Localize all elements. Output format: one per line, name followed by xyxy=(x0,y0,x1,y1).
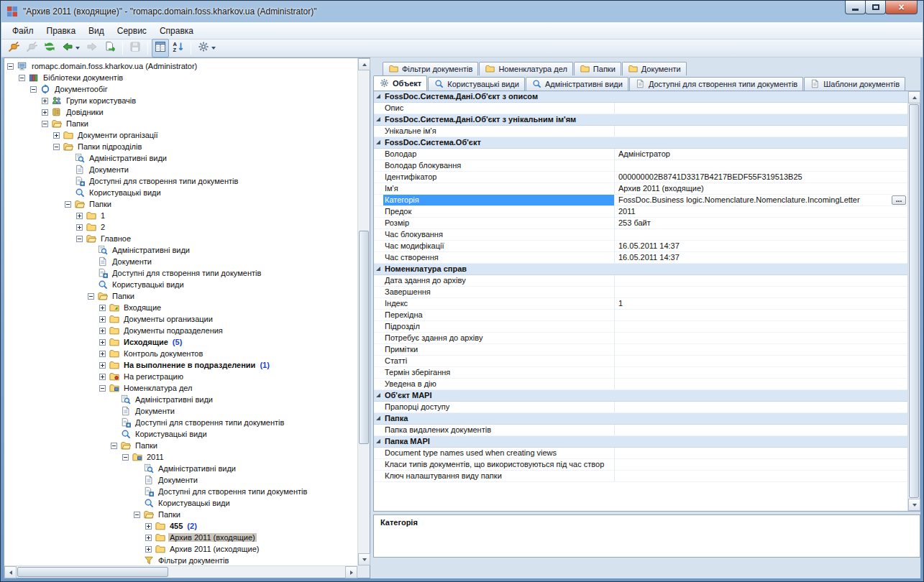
tree-item[interactable]: Адміністративні види xyxy=(4,152,357,164)
collapse-icon[interactable] xyxy=(134,512,140,518)
category-collapse-icon[interactable] xyxy=(374,436,383,447)
collapse-icon[interactable] xyxy=(30,86,37,93)
property-value[interactable] xyxy=(615,379,907,389)
property-category-row[interactable]: Номенклатура справ xyxy=(374,264,907,275)
property-value[interactable]: 253 байт xyxy=(615,218,907,228)
category-collapse-icon[interactable] xyxy=(374,264,383,274)
category-collapse-icon[interactable] xyxy=(374,114,383,125)
tree-item[interactable]: Документи xyxy=(4,405,357,417)
property-row[interactable]: Індекс1 xyxy=(374,298,907,310)
expand-icon[interactable] xyxy=(99,305,106,311)
tree-item[interactable]: Користувацькі види xyxy=(4,187,357,198)
tree-item[interactable]: Користувацькі види xyxy=(4,497,357,509)
property-row[interactable]: Перехідна xyxy=(374,310,907,321)
category-collapse-icon[interactable] xyxy=(374,413,383,424)
property-value[interactable] xyxy=(615,275,907,286)
property-value[interactable] xyxy=(615,126,907,137)
property-row[interactable]: Ключ налаштування виду папки xyxy=(374,471,907,482)
property-row[interactable]: Ім'яАрхив 2011 (входящие) xyxy=(374,183,907,195)
collapse-icon[interactable] xyxy=(19,75,25,81)
tree-item[interactable]: Користувацькі види xyxy=(4,428,357,440)
property-row[interactable]: Опис xyxy=(374,103,907,114)
minimize-button[interactable] xyxy=(845,1,866,14)
property-row[interactable]: Підрозділ xyxy=(374,321,907,333)
property-value[interactable] xyxy=(615,367,907,378)
collapse-icon[interactable] xyxy=(42,121,48,127)
expand-icon[interactable] xyxy=(145,535,152,541)
tab-nomenclature[interactable]: Номенклатура дел xyxy=(479,62,572,75)
tree-item[interactable]: 2 xyxy=(4,221,357,233)
property-value[interactable]: 000000002B8741D3317B4217BEDF55F319513B25 xyxy=(615,172,907,183)
tree-item[interactable]: Номенклатура дел xyxy=(4,382,357,394)
scroll-down-button[interactable] xyxy=(908,499,920,511)
tab-document-filters[interactable]: Фільтри документів xyxy=(383,62,478,75)
property-row[interactable]: Час модифікації16.05.2011 14:37 xyxy=(374,241,907,252)
tree-item[interactable]: Документообіг xyxy=(4,83,357,95)
property-value[interactable]: Адміністратор xyxy=(615,149,907,160)
scroll-left-button[interactable] xyxy=(4,566,17,578)
tree-item[interactable]: Папки xyxy=(4,290,357,302)
tree-item[interactable]: Доступні для створення типи документів xyxy=(4,175,357,187)
property-row[interactable]: Володар блокування xyxy=(374,160,907,172)
scrollbar-thumb[interactable] xyxy=(909,104,919,498)
scrollbar-thumb[interactable] xyxy=(359,231,369,444)
property-row[interactable]: Потребує здання до архіву xyxy=(374,333,907,344)
menu-item-file[interactable]: Файл xyxy=(6,24,40,38)
property-value[interactable] xyxy=(615,333,907,343)
tree-item[interactable]: romapc.domain.foss.kharkov.ua (Administr… xyxy=(4,60,357,72)
property-value[interactable] xyxy=(615,344,907,355)
collapse-icon[interactable] xyxy=(65,201,71,208)
property-category-row[interactable]: Об'єкт MAPI xyxy=(374,390,907,402)
property-value[interactable] xyxy=(615,402,907,412)
property-value[interactable]: 1 xyxy=(615,298,907,309)
tree-item[interactable]: Фільтри документів xyxy=(4,555,357,565)
property-row[interactable]: Класи типів документів, що використовуют… xyxy=(374,459,907,471)
property-value[interactable] xyxy=(615,448,907,458)
property-value[interactable] xyxy=(615,356,907,366)
tree-item[interactable]: 455(2) xyxy=(4,520,357,532)
scroll-down-button[interactable] xyxy=(358,553,370,565)
scrollbar-thumb[interactable] xyxy=(17,567,168,577)
property-row[interactable]: Папка видалених документів xyxy=(374,425,907,436)
tree-item[interactable]: Адміністративні види xyxy=(4,244,357,256)
menu-item-edit[interactable]: Правка xyxy=(40,24,83,38)
expand-icon[interactable] xyxy=(99,362,106,369)
property-value[interactable] xyxy=(615,425,907,435)
property-row[interactable]: Примітки xyxy=(374,344,907,356)
tree-item[interactable]: На регистрацию xyxy=(4,371,357,382)
collapse-icon[interactable] xyxy=(99,385,106,392)
property-row[interactable]: Унікальне ім'я xyxy=(374,126,907,137)
tab-document-templates[interactable]: Шаблони документів xyxy=(804,77,905,91)
collapse-icon[interactable] xyxy=(76,236,83,242)
tree-item[interactable]: Папки підрозділів xyxy=(4,141,357,152)
property-value[interactable]: Архив 2011 (входящие) xyxy=(615,183,907,194)
property-value[interactable] xyxy=(615,287,907,297)
property-value[interactable] xyxy=(615,321,907,332)
property-row[interactable]: Час створення16.05.2011 14:37 xyxy=(374,252,907,264)
expand-icon[interactable] xyxy=(76,213,83,219)
property-value[interactable] xyxy=(615,160,907,171)
scroll-right-button[interactable] xyxy=(345,566,357,578)
tree-item[interactable]: Папки xyxy=(4,118,357,129)
collapse-icon[interactable] xyxy=(53,144,60,150)
property-value[interactable] xyxy=(615,229,907,240)
property-value[interactable]: 2011 xyxy=(615,206,907,217)
tree-item[interactable]: Адміністративні види xyxy=(4,463,357,474)
collapse-icon[interactable] xyxy=(111,443,117,449)
expand-icon[interactable] xyxy=(99,374,106,380)
tree-item[interactable]: Папки xyxy=(4,509,357,520)
property-value[interactable]: 16.05.2011 14:37 xyxy=(615,241,907,251)
ellipsis-button[interactable]: ... xyxy=(892,195,906,205)
tree-item[interactable]: Бібліотеки документів xyxy=(4,72,357,83)
tree-item[interactable]: Входящие xyxy=(4,302,357,313)
property-row[interactable]: Дата здання до архіву xyxy=(374,275,907,287)
expand-icon[interactable] xyxy=(53,132,60,139)
tree-item[interactable]: Контроль документов xyxy=(4,348,357,359)
tree-item[interactable]: Адміністративні види xyxy=(4,394,357,405)
tree-item[interactable]: Документы организации xyxy=(4,313,357,325)
tree-item[interactable]: Документы подразделения xyxy=(4,325,357,336)
property-value[interactable]: FossDoc.Business logic.Nomenclature.Nome… xyxy=(615,195,907,205)
category-collapse-icon[interactable] xyxy=(374,91,383,102)
expand-icon[interactable] xyxy=(145,546,152,553)
property-row[interactable]: Термін зберігання xyxy=(374,367,907,379)
